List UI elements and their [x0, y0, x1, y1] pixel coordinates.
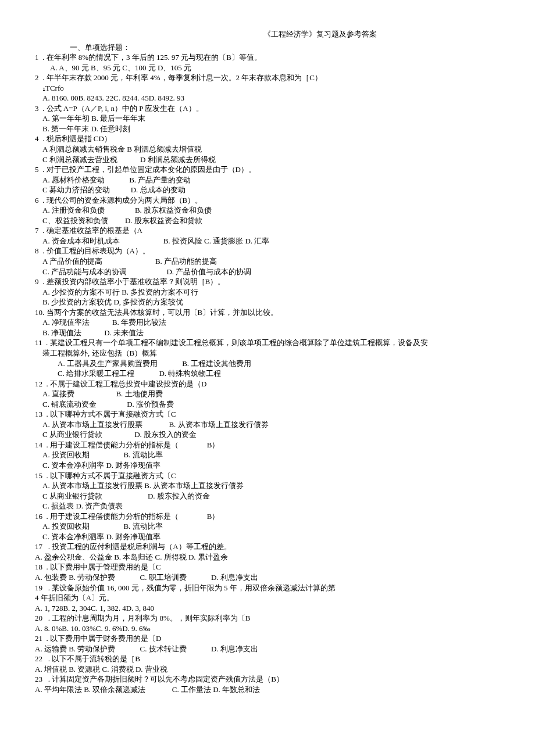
- text-line: A. 投资回收期 B. 流动比率: [35, 521, 500, 532]
- text-line: C 从商业银行贷款 D. 股东投入的资金: [35, 491, 500, 501]
- text-line: 10. 当两个方案的收益无法具体核算时，可以用〔B〕计算，并加以比较。: [35, 307, 500, 318]
- text-line: A. 从资本市场上直接发行股票 B. 从资本市场上直接发行债券: [35, 420, 500, 430]
- text-line: 14 . 用于建设工程偿债能力分析的指标是（ B）: [35, 440, 500, 450]
- text-line: 12 . 不属于建设工程工程总投资中建设投资的是（D: [35, 379, 500, 389]
- text-line: 6 . 现代公司的资金来源构成分为两大局部（B）。: [35, 195, 500, 206]
- text-line: 18 . 以下费用中属于管理费用的是〔C: [35, 562, 500, 572]
- text-line: A. 从资本市场上直接发行股票 B. 从资本市场上直接发行债券: [35, 481, 500, 491]
- text-line: 3 . 公式 A=P（A／P, i, n）中的 P 应发生在（A）。: [35, 103, 500, 114]
- text-line: A. 直接费 B. 土地使用费: [35, 389, 500, 399]
- text-line: A. A、90 元 B、95 元 C、100 元 D、105 元: [35, 63, 500, 73]
- text-line: C、权益投资和负债 D. 股东权益资金和贷款: [35, 216, 500, 226]
- text-line: A. 盈余公积金、公益金 B. 本岛归还 C. 所得税 D. 累计盈余: [35, 552, 500, 562]
- text-line: C. 损益表 D. 资产负债表: [35, 501, 500, 511]
- text-line: C. 资本金净利泗率 D. 财务净现值率: [35, 532, 500, 542]
- text-line: ₁TCrfo: [35, 83, 500, 94]
- text-line: C. 给排水采暖工程工程 D. 特殊构筑物工程: [35, 368, 500, 379]
- text-line: 装工程概算外, 还应包括（B）概算: [35, 348, 500, 359]
- text-line: 4 年折旧额为〔A〕元。: [35, 593, 500, 603]
- text-line: A. 增值税 B. 资源税 C. 消费税 D. 营业税: [35, 664, 500, 675]
- text-line: 11 . 某建设工程只有一个单项工程不编制建设工程总概算，则该单项工程的综合概算…: [35, 338, 500, 348]
- text-line: A. 投资回收期 B. 流动比率: [35, 450, 500, 460]
- text-line: A. 8160. 00B. 8243. 22C. 8244. 45D. 8492…: [35, 93, 500, 103]
- text-line: B. 第一年年末 D. 任意时刻: [35, 124, 500, 134]
- text-line: A. 资金成本和时机成本 B. 投资风险 C. 通货膨胀 D. 汇率: [35, 236, 500, 246]
- text-line: A. 8. 0%B. 10. 03%C. 9. 6%D. 9. 6‰: [35, 624, 500, 634]
- text-line: 17 . 投资工程的应付利泗是税后利润与（A）等工程的差。: [35, 542, 500, 552]
- text-line: 19 . 某设备原始价值 16, 000 元，残值为零，折旧年限为 5 年，用双…: [35, 583, 500, 593]
- text-line: C. 资本金净利润率 D. 财务净现值率: [35, 460, 500, 471]
- text-line: 22 . 以下不属于流转税的是［B: [35, 654, 500, 664]
- text-line: A. 工器具及生产家具购置费用 B. 工程建设其他费用: [35, 359, 500, 369]
- text-line: C 利润总额减去营业税 D 利润总额减去所得税: [35, 155, 500, 165]
- document-title: 《工程经济学》复习题及参考答案: [140, 29, 500, 40]
- text-line: A. 平均年限法 B. 双倍余额递减法 C. 工作量法 D. 年数总和法: [35, 685, 500, 695]
- text-line: A. 包装费 B. 劳动保护费 C. 职工培训费 D. 利息净支出: [35, 572, 500, 583]
- text-line: 21 . 以下费用中属于财务费用的是〔D: [35, 633, 500, 644]
- text-line: A. 少投资的方案不可行 B. 多投资的方案不可行: [35, 287, 500, 298]
- text-line: A. 注册资金和负债 B. 股东权益资金和负债: [35, 205, 500, 216]
- text-line: C. 铺底流动资金 D. 涨价预备费: [35, 399, 500, 410]
- text-line: A 产品价值的提高 B. 产品功能的提高: [35, 256, 500, 267]
- text-line: 9 . 差额投资内部收益率小于基准收益率？则说明［B）。: [35, 277, 500, 287]
- text-line: A. 运输费 B. 劳动保护费 C. 技术转让费 D. 利息净支出: [35, 644, 500, 654]
- text-line: 4 . 税后利泗是指 CD）: [35, 134, 500, 144]
- text-line: 8 . 价值工程的目标表现为（A）。: [35, 246, 500, 256]
- text-line: 20 . 工程的计息周期为月，月利率为 8%。，则年实际利率为〔B: [35, 613, 500, 624]
- text-line: 16 . 用于建设工程偿债能力分析的指标是（ B）: [35, 511, 500, 522]
- question-content: 1 . 在年利率 8%的情况下，3 年后的 125. 97 元与现在的〔B〕等值…: [35, 52, 500, 694]
- text-line: C 募幼力济招的变动 D. 总成本的变动: [35, 185, 500, 195]
- text-line: 5 . 对于已投产工程，引起单位固定成本变化的原因是由于（D）。: [35, 164, 500, 175]
- text-line: 15 . 以下哪种方式不属于直接融资方式〔C: [35, 471, 500, 481]
- section-heading: 一、单项选择题：: [70, 42, 500, 53]
- text-line: 2 . 年半年末存款 2000 元，年利率 4%，每季复利计息一次。2 年末存款…: [35, 73, 500, 83]
- text-line: A. 愿材料价格变动 B. 产品产量的变动: [35, 175, 500, 185]
- text-line: B. 少投资的方案较优 D, 多投资的方案较优: [35, 297, 500, 307]
- text-line: A 利泗总额减去销售税金 B 利泗总额减去增值税: [35, 144, 500, 155]
- text-line: A. 净现值率法 B. 年费用比较法: [35, 317, 500, 328]
- text-line: A. 第一年年初 B. 最后一年年末: [35, 113, 500, 124]
- text-line: 1 . 在年利率 8%的情况下，3 年后的 125. 97 元与现在的〔B〕等值…: [35, 52, 500, 63]
- text-line: A. 1, 728B. 2, 304C. 1, 382. 4D. 3, 840: [35, 603, 500, 614]
- text-line: 7 . 确定基准收益率的根基是（A: [35, 225, 500, 236]
- text-line: C 从商业银行贷款 D. 股东投入的资金: [35, 429, 500, 440]
- text-line: 23 . 计算固定资产各期折旧额时？可以先不考虑固定资产残值方法是（B）: [35, 674, 500, 685]
- text-line: 13 . 以下哪种方式不属于直接融资方式〔C: [35, 409, 500, 420]
- text-line: B. 净现值法 D. 未来值法: [35, 328, 500, 338]
- text-line: C. 产品功能与成本的协调 D. 产品价值与成本的协调: [35, 267, 500, 277]
